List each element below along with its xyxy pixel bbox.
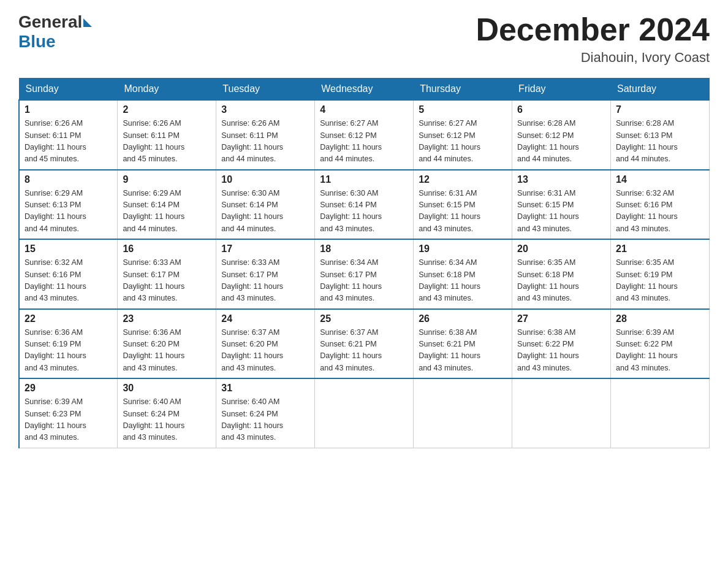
calendar-cell: 3 Sunrise: 6:26 AMSunset: 6:11 PMDayligh… [216, 100, 315, 170]
calendar-cell [611, 378, 710, 448]
calendar-cell: 12 Sunrise: 6:31 AMSunset: 6:15 PMDaylig… [414, 170, 512, 240]
logo-arrow-icon [83, 18, 92, 27]
day-info: Sunrise: 6:32 AMSunset: 6:16 PMDaylight:… [25, 258, 86, 302]
month-title: December 2024 [476, 12, 710, 47]
day-info: Sunrise: 6:36 AMSunset: 6:19 PMDaylight:… [25, 328, 86, 372]
calendar-cell: 14 Sunrise: 6:32 AMSunset: 6:16 PMDaylig… [611, 170, 710, 240]
calendar-cell: 15 Sunrise: 6:32 AMSunset: 6:16 PMDaylig… [19, 239, 118, 309]
calendar-cell: 28 Sunrise: 6:39 AMSunset: 6:22 PMDaylig… [611, 309, 710, 379]
day-number: 23 [123, 313, 211, 324]
header-thursday: Thursday [414, 79, 512, 101]
calendar-cell: 31 Sunrise: 6:40 AMSunset: 6:24 PMDaylig… [216, 378, 315, 448]
calendar-cell: 11 Sunrise: 6:30 AMSunset: 6:14 PMDaylig… [315, 170, 414, 240]
header-monday: Monday [118, 79, 216, 101]
day-number: 19 [419, 243, 507, 255]
calendar-cell: 2 Sunrise: 6:26 AMSunset: 6:11 PMDayligh… [118, 100, 216, 170]
day-info: Sunrise: 6:32 AMSunset: 6:16 PMDaylight:… [616, 189, 678, 233]
day-info: Sunrise: 6:27 AMSunset: 6:12 PMDaylight:… [419, 119, 480, 163]
day-number: 8 [25, 174, 112, 185]
day-number: 10 [221, 174, 309, 185]
location-text: Diahouin, Ivory Coast [476, 50, 710, 66]
day-number: 20 [517, 243, 605, 255]
day-info: Sunrise: 6:33 AMSunset: 6:17 PMDaylight:… [123, 258, 184, 302]
day-number: 21 [616, 243, 704, 255]
day-number: 30 [123, 383, 211, 394]
calendar-week-1: 1 Sunrise: 6:26 AMSunset: 6:11 PMDayligh… [19, 100, 710, 170]
day-info: Sunrise: 6:31 AMSunset: 6:15 PMDaylight:… [419, 189, 480, 233]
calendar-cell [414, 378, 512, 448]
day-info: Sunrise: 6:40 AMSunset: 6:24 PMDaylight:… [123, 397, 184, 442]
day-info: Sunrise: 6:35 AMSunset: 6:18 PMDaylight:… [517, 258, 579, 302]
day-number: 17 [221, 243, 309, 255]
title-block: December 2024 Diahouin, Ivory Coast [476, 12, 710, 66]
calendar-cell: 5 Sunrise: 6:27 AMSunset: 6:12 PMDayligh… [414, 100, 512, 170]
day-info: Sunrise: 6:29 AMSunset: 6:13 PMDaylight:… [25, 189, 86, 233]
calendar-cell: 13 Sunrise: 6:31 AMSunset: 6:15 PMDaylig… [512, 170, 611, 240]
calendar-cell: 18 Sunrise: 6:34 AMSunset: 6:17 PMDaylig… [315, 239, 414, 309]
day-number: 27 [517, 313, 605, 324]
day-number: 14 [616, 174, 704, 185]
calendar-cell: 20 Sunrise: 6:35 AMSunset: 6:18 PMDaylig… [512, 239, 611, 309]
calendar-cell: 27 Sunrise: 6:38 AMSunset: 6:22 PMDaylig… [512, 309, 611, 379]
day-info: Sunrise: 6:37 AMSunset: 6:21 PMDaylight:… [320, 328, 382, 372]
day-info: Sunrise: 6:26 AMSunset: 6:11 PMDaylight:… [25, 119, 86, 163]
page-header: General Blue December 2024 Diahouin, Ivo… [18, 12, 710, 66]
day-number: 12 [419, 174, 507, 185]
day-number: 3 [221, 104, 309, 115]
day-info: Sunrise: 6:37 AMSunset: 6:20 PMDaylight:… [221, 328, 283, 372]
day-number: 9 [123, 174, 211, 185]
day-number: 6 [517, 104, 605, 115]
day-number: 5 [419, 104, 507, 115]
calendar-cell: 23 Sunrise: 6:36 AMSunset: 6:20 PMDaylig… [118, 309, 216, 379]
calendar-table: Sunday Monday Tuesday Wednesday Thursday… [18, 78, 710, 448]
day-info: Sunrise: 6:26 AMSunset: 6:11 PMDaylight:… [123, 119, 184, 163]
calendar-week-3: 15 Sunrise: 6:32 AMSunset: 6:16 PMDaylig… [19, 239, 710, 309]
day-info: Sunrise: 6:27 AMSunset: 6:12 PMDaylight:… [320, 119, 382, 163]
day-number: 15 [25, 243, 112, 255]
day-number: 22 [25, 313, 112, 324]
day-number: 7 [616, 104, 704, 115]
calendar-cell: 19 Sunrise: 6:34 AMSunset: 6:18 PMDaylig… [414, 239, 512, 309]
header-friday: Friday [512, 79, 611, 101]
logo-general-text: General [18, 12, 82, 32]
calendar-cell: 10 Sunrise: 6:30 AMSunset: 6:14 PMDaylig… [216, 170, 315, 240]
calendar-cell: 16 Sunrise: 6:33 AMSunset: 6:17 PMDaylig… [118, 239, 216, 309]
calendar-cell: 8 Sunrise: 6:29 AMSunset: 6:13 PMDayligh… [19, 170, 118, 240]
calendar-cell: 17 Sunrise: 6:33 AMSunset: 6:17 PMDaylig… [216, 239, 315, 309]
day-number: 16 [123, 243, 211, 255]
header-saturday: Saturday [611, 79, 710, 101]
day-number: 26 [419, 313, 507, 324]
logo-blue-text: Blue [18, 32, 92, 52]
day-info: Sunrise: 6:39 AMSunset: 6:23 PMDaylight:… [25, 397, 86, 442]
calendar-cell [315, 378, 414, 448]
calendar-cell: 29 Sunrise: 6:39 AMSunset: 6:23 PMDaylig… [19, 378, 118, 448]
weekday-header-row: Sunday Monday Tuesday Wednesday Thursday… [19, 79, 710, 101]
day-number: 25 [320, 313, 408, 324]
day-number: 1 [25, 104, 112, 115]
day-info: Sunrise: 6:38 AMSunset: 6:22 PMDaylight:… [517, 328, 579, 372]
calendar-cell: 9 Sunrise: 6:29 AMSunset: 6:14 PMDayligh… [118, 170, 216, 240]
day-info: Sunrise: 6:34 AMSunset: 6:18 PMDaylight:… [419, 258, 480, 302]
calendar-cell: 7 Sunrise: 6:28 AMSunset: 6:13 PMDayligh… [611, 100, 710, 170]
day-number: 18 [320, 243, 408, 255]
day-info: Sunrise: 6:33 AMSunset: 6:17 PMDaylight:… [221, 258, 283, 302]
calendar-cell: 25 Sunrise: 6:37 AMSunset: 6:21 PMDaylig… [315, 309, 414, 379]
calendar-week-4: 22 Sunrise: 6:36 AMSunset: 6:19 PMDaylig… [19, 309, 710, 379]
day-info: Sunrise: 6:40 AMSunset: 6:24 PMDaylight:… [221, 397, 283, 442]
calendar-cell: 21 Sunrise: 6:35 AMSunset: 6:19 PMDaylig… [611, 239, 710, 309]
day-number: 24 [221, 313, 309, 324]
calendar-cell [512, 378, 611, 448]
calendar-cell: 6 Sunrise: 6:28 AMSunset: 6:12 PMDayligh… [512, 100, 611, 170]
day-info: Sunrise: 6:31 AMSunset: 6:15 PMDaylight:… [517, 189, 579, 233]
day-info: Sunrise: 6:26 AMSunset: 6:11 PMDaylight:… [221, 119, 283, 163]
calendar-cell: 30 Sunrise: 6:40 AMSunset: 6:24 PMDaylig… [118, 378, 216, 448]
calendar-week-5: 29 Sunrise: 6:39 AMSunset: 6:23 PMDaylig… [19, 378, 710, 448]
day-number: 11 [320, 174, 408, 185]
day-number: 31 [221, 383, 309, 394]
day-info: Sunrise: 6:39 AMSunset: 6:22 PMDaylight:… [616, 328, 678, 372]
calendar-cell: 24 Sunrise: 6:37 AMSunset: 6:20 PMDaylig… [216, 309, 315, 379]
header-wednesday: Wednesday [315, 79, 414, 101]
header-tuesday: Tuesday [216, 79, 315, 101]
logo: General Blue [18, 12, 92, 52]
day-info: Sunrise: 6:34 AMSunset: 6:17 PMDaylight:… [320, 258, 382, 302]
